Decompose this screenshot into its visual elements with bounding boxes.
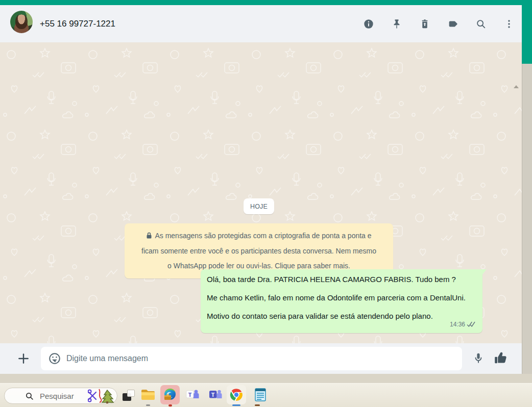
date-divider: HOJE <box>244 198 274 214</box>
contact-avatar[interactable] <box>10 11 33 33</box>
encryption-notice-text: As mensagens são protegidas com a cripto… <box>141 232 376 270</box>
teams-icon[interactable]: T <box>183 385 202 404</box>
chrome-icon[interactable] <box>227 385 246 404</box>
thumbs-up-icon[interactable] <box>493 351 509 365</box>
notepad-running-indicator <box>255 404 260 406</box>
notepad-icon[interactable] <box>251 385 270 404</box>
mic-icon[interactable] <box>472 351 485 365</box>
chat-header: +55 16 99727-1221 <box>0 5 522 42</box>
edge-work-icon[interactable] <box>160 385 180 404</box>
svg-text:T: T <box>211 392 215 398</box>
message-meta: 14:36 <box>450 319 476 330</box>
emoji-icon[interactable] <box>48 352 61 365</box>
message-line: Olá, boa tarde Dra. PATRICIA HELENA CAMA… <box>207 274 476 285</box>
date-divider-label: HOJE <box>250 203 268 210</box>
delete-icon[interactable] <box>419 18 430 30</box>
screen: +55 16 99727-1221 <box>0 0 532 407</box>
header-actions <box>363 5 515 42</box>
message-input-pill[interactable] <box>41 347 462 370</box>
chat-area[interactable]: HOJE As mensagens são protegidas com a c… <box>0 42 522 343</box>
menu-kebab-icon[interactable] <box>503 18 515 30</box>
composer-bar <box>0 343 522 374</box>
whatsapp-window: +55 16 99727-1221 <box>0 5 522 374</box>
message-input[interactable] <box>66 354 455 363</box>
delivered-double-check-icon <box>467 319 476 330</box>
background-window-edge-teal <box>522 0 532 64</box>
lock-icon <box>146 229 152 244</box>
contact-name[interactable]: +55 16 99727-1221 <box>40 5 115 42</box>
info-icon[interactable] <box>363 18 374 30</box>
background-window-edge <box>522 64 532 383</box>
task-view-icon[interactable] <box>122 389 137 402</box>
label-icon[interactable] <box>447 18 458 30</box>
window-top-accent <box>0 0 532 5</box>
outgoing-message[interactable]: Olá, boa tarde Dra. PATRICIA HELENA CAMA… <box>201 269 482 333</box>
file-explorer-running-indicator <box>146 404 150 406</box>
scroll-up-icon[interactable] <box>514 85 519 88</box>
message-line: Motivo do contato seria para validar se … <box>207 311 476 321</box>
svg-text:T: T <box>188 392 192 398</box>
attach-plus-icon[interactable] <box>16 351 31 366</box>
search-icon <box>25 392 34 400</box>
search-icon[interactable] <box>475 18 487 30</box>
bubble-tail <box>482 269 487 274</box>
teams-work-icon[interactable]: T <box>206 385 225 404</box>
holiday-doodle-icon <box>88 388 114 403</box>
taskbar-search[interactable] <box>4 388 117 404</box>
edge-attention-indicator <box>168 404 172 406</box>
message-line: Me chamo Ketlin, falo em nome da Odontol… <box>207 292 476 303</box>
chrome-active-indicator <box>232 404 240 406</box>
taskbar-search-input[interactable] <box>40 392 87 400</box>
desktop-background-strip <box>0 374 532 383</box>
file-explorer-icon[interactable] <box>138 385 158 404</box>
task-view-front-square <box>127 390 135 397</box>
pin-icon[interactable] <box>391 18 402 30</box>
message-time: 14:36 <box>450 319 465 330</box>
